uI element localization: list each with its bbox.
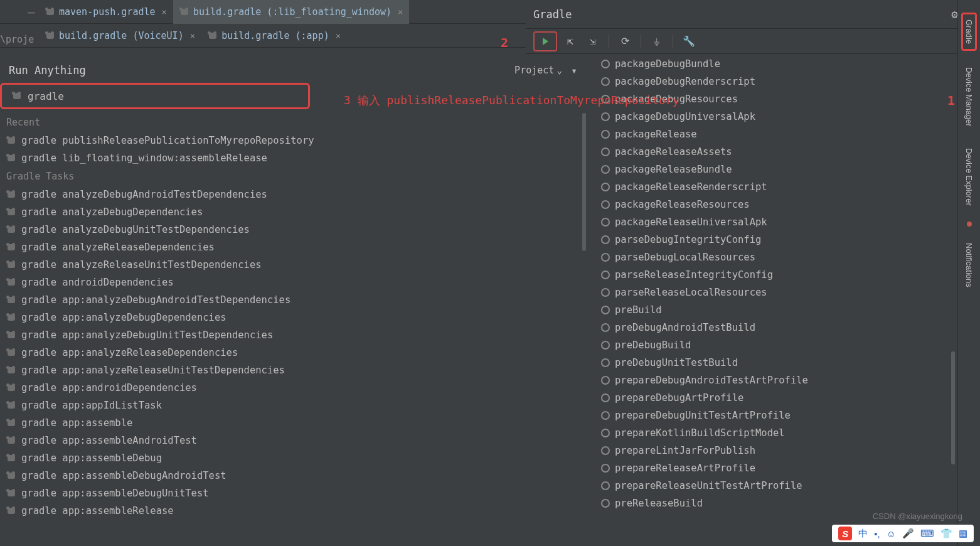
rail-notifications[interactable]: Notifications: [963, 238, 975, 292]
task-item[interactable]: gradle analyzeReleaseUnitTestDependencie…: [0, 256, 586, 274]
ime-punct-icon[interactable]: •,: [874, 528, 880, 539]
rail-gradle[interactable]: Gradle: [961, 13, 977, 51]
gradle-task-item[interactable]: packageReleaseUniversalApk: [595, 213, 980, 231]
item-text: gradle analyzeDebugAndroidTestDependenci…: [21, 189, 267, 200]
recent-item[interactable]: gradle publishReleasePublicationToMyrepo…: [0, 132, 586, 149]
task-name: prepareDebugAndroidTestArtProfile: [615, 375, 808, 386]
gradle-icon: [6, 260, 16, 270]
gradle-task-item[interactable]: preDebugBuild: [595, 336, 980, 354]
scrollbar-thumb[interactable]: [582, 113, 586, 251]
task-item[interactable]: gradle analyzeDebugUnitTestDependencies: [0, 221, 586, 238]
item-text: gradle app:androidDependencies: [21, 382, 197, 393]
gradle-task-item[interactable]: packageReleaseRenderscript: [595, 178, 980, 196]
gradle-task-item[interactable]: preBuild: [595, 301, 980, 319]
run-anything-input-wrap[interactable]: [0, 83, 310, 109]
gradle-task-item[interactable]: prepareReleaseArtProfile: [595, 459, 980, 477]
item-text: gradle app:analyzeReleaseDependencies: [21, 347, 238, 358]
run-anything-input[interactable]: [28, 90, 308, 102]
task-name: packageReleaseResources: [615, 199, 750, 210]
scope-selector[interactable]: Project ⌄: [514, 65, 562, 76]
gradle-icon: [45, 7, 55, 17]
cog-icon: [601, 235, 610, 244]
gradle-task-item[interactable]: prepareDebugArtProfile: [595, 389, 980, 407]
tab-build-voiceui[interactable]: build.gradle (VoiceUI) ×: [39, 24, 201, 48]
ime-emoji-icon[interactable]: ☺: [887, 528, 896, 539]
gradle-task-item[interactable]: packageRelease: [595, 126, 980, 143]
task-item[interactable]: gradle analyzeDebugAndroidTestDependenci…: [0, 186, 586, 203]
expand-all-icon[interactable]: ⇱: [561, 33, 580, 50]
task-item[interactable]: gradle app:analyzeDebugUnitTestDependenc…: [0, 326, 586, 344]
gradle-task-item[interactable]: prepareKotlinBuildScriptModel: [595, 424, 980, 442]
task-item[interactable]: gradle app:assembleRelease: [0, 502, 586, 520]
ime-mic-icon[interactable]: 🎤: [902, 528, 914, 539]
task-item[interactable]: gradle analyzeDebugDependencies: [0, 203, 586, 221]
gradle-task-item[interactable]: preDebugAndroidTestBuild: [595, 319, 980, 336]
gradle-icon: [12, 91, 22, 101]
gradle-task-item[interactable]: packageReleaseBundle: [595, 161, 980, 178]
close-icon[interactable]: ×: [190, 31, 195, 41]
task-item[interactable]: gradle app:assembleAndroidTest: [0, 432, 586, 449]
gradle-task-item[interactable]: parseReleaseIntegrityConfig: [595, 266, 980, 284]
gradle-task-item[interactable]: prepareDebugAndroidTestArtProfile: [595, 372, 980, 389]
task-item[interactable]: gradle app:analyzeReleaseUnitTestDepende…: [0, 361, 586, 379]
cog-icon: [601, 253, 610, 262]
task-item[interactable]: gradle analyzeReleaseDependencies: [0, 238, 586, 256]
cog-icon: [601, 393, 610, 402]
task-item[interactable]: gradle app:analyzeDebugAndroidTestDepend…: [0, 291, 586, 309]
execute-task-button[interactable]: [533, 31, 557, 51]
gradle-task-item[interactable]: parseDebugLocalResources: [595, 249, 980, 266]
gradle-icon: [6, 277, 16, 287]
task-name: prepareReleaseArtProfile: [615, 463, 755, 474]
task-item[interactable]: gradle app:assembleDebugAndroidTest: [0, 467, 586, 484]
gradle-icon: [6, 365, 16, 375]
task-item[interactable]: gradle app:analyzeReleaseDependencies: [0, 344, 586, 361]
cog-icon: [601, 499, 610, 508]
minimize-icon[interactable]: —: [0, 4, 39, 19]
filter-icon[interactable]: ▾: [571, 65, 577, 77]
task-item[interactable]: gradle app:androidDependencies: [0, 379, 586, 397]
tab-build-lib[interactable]: build.gradle (:lib_floating_window) ×: [173, 0, 410, 24]
build-settings-icon[interactable]: 🔧: [679, 33, 698, 50]
gradle-task-item[interactable]: packageDebugUniversalApk: [595, 108, 980, 126]
gradle-task-item[interactable]: prepareLintJarForPublish: [595, 442, 980, 459]
ime-keyboard-icon[interactable]: ⌨: [920, 528, 934, 539]
refresh-icon[interactable]: ⟳: [615, 33, 634, 50]
gradle-task-item[interactable]: preDebugUnitTestBuild: [595, 354, 980, 372]
gradle-task-item[interactable]: preReleaseBuild: [595, 495, 980, 512]
gradle-task-item[interactable]: parseDebugIntegrityConfig: [595, 231, 980, 249]
ime-toolbar[interactable]: S 中 •, ☺ 🎤 ⌨ 👕 ▦: [832, 525, 974, 542]
gradle-task-item[interactable]: packageDebugRenderscript: [595, 73, 980, 90]
tab-build-app[interactable]: build.gradle (:app) ×: [201, 24, 347, 48]
close-icon[interactable]: ×: [162, 7, 167, 17]
task-item[interactable]: gradle app:assembleDebug: [0, 449, 586, 467]
task-item[interactable]: gradle androidDependencies: [0, 274, 586, 291]
task-name: preDebugAndroidTestBuild: [615, 322, 755, 333]
tab-label: build.gradle (:app): [221, 30, 329, 41]
scrollbar-thumb[interactable]: [951, 351, 955, 464]
collapse-all-icon[interactable]: ⇲: [583, 33, 602, 50]
gradle-task-tree[interactable]: packageDebugBundlepackageDebugRenderscri…: [595, 55, 980, 546]
item-text: gradle app:assembleAndroidTest: [21, 435, 197, 446]
ime-lang[interactable]: 中: [858, 528, 868, 540]
task-item[interactable]: gradle app:analyzeDebugDependencies: [0, 309, 586, 326]
gradle-task-item[interactable]: prepareReleaseUnitTestArtProfile: [595, 477, 980, 495]
rail-device-manager[interactable]: Device Manager: [963, 62, 975, 132]
recent-item[interactable]: gradle lib_floating_window:assembleRelea…: [0, 149, 586, 167]
task-item[interactable]: gradle app:assemble: [0, 414, 586, 432]
gradle-task-item[interactable]: parseReleaseLocalResources: [595, 284, 980, 301]
task-item[interactable]: gradle app:assembleDebugUnitTest: [0, 484, 586, 502]
item-text: gradle analyzeReleaseDependencies: [21, 242, 215, 253]
gradle-task-item[interactable]: packageDebugBundle: [595, 55, 980, 73]
close-icon[interactable]: ×: [336, 31, 341, 41]
ime-menu-icon[interactable]: ▦: [959, 528, 967, 539]
gradle-task-item[interactable]: packageReleaseResources: [595, 196, 980, 213]
rail-device-explorer[interactable]: Device Explorer: [963, 143, 975, 211]
task-item[interactable]: gradle app:appIdListTask: [0, 397, 586, 414]
task-name: preReleaseBuild: [615, 498, 703, 509]
tab-maven-push[interactable]: maven-push.gradle ×: [39, 0, 173, 24]
gradle-task-item[interactable]: prepareDebugUnitTestArtProfile: [595, 407, 980, 424]
toggle-offline-icon[interactable]: ⏚: [647, 33, 666, 50]
ime-skin-icon[interactable]: 👕: [940, 528, 952, 539]
close-icon[interactable]: ×: [398, 7, 403, 17]
gradle-task-item[interactable]: packageReleaseAssets: [595, 143, 980, 161]
